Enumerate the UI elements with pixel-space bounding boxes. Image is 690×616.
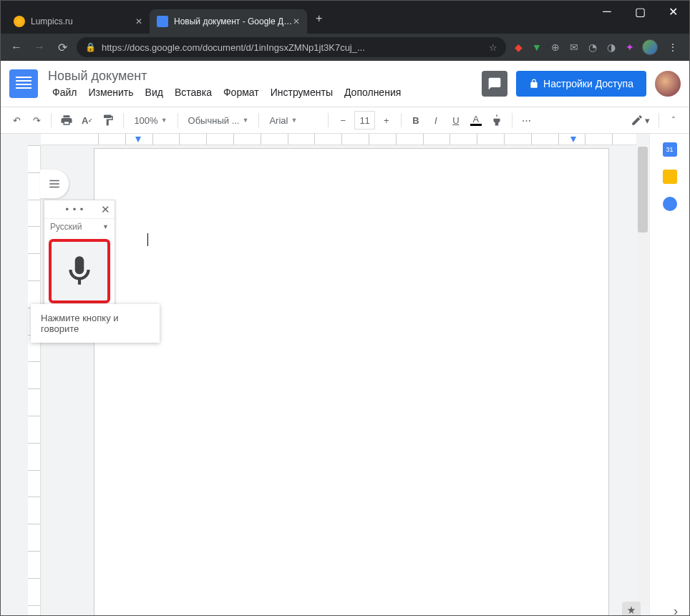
paint-format-button[interactable] [99,111,117,129]
close-window-button[interactable]: ✕ [656,1,689,22]
maximize-button[interactable]: ▢ [623,1,656,22]
docs-header: Новый документ Файл Изменить Вид Вставка… [1,61,689,107]
dropdown-arrow-icon: ▾ [645,115,650,126]
tab-favicon-2 [157,16,168,27]
extension-icon-5[interactable]: ◔ [586,41,599,54]
font-size-increase[interactable]: + [378,111,395,129]
font-size-decrease[interactable]: − [334,111,351,129]
separator [123,113,124,127]
style-dropdown[interactable]: Обычный ...▼ [184,111,253,129]
minimize-button[interactable]: ─ [591,1,623,22]
menu-insert[interactable]: Вставка [170,85,216,99]
browser-tab-1[interactable]: Lumpics.ru ✕ [6,9,150,34]
voice-panel-menu-button[interactable]: • • • [49,204,101,215]
font-dropdown[interactable]: Arial▼ [265,111,322,129]
print-button[interactable] [57,111,76,129]
new-tab-button[interactable]: + [307,12,331,25]
outline-toggle-button[interactable] [40,170,69,198]
extension-icon-1[interactable]: ◆ [512,41,525,54]
vertical-ruler[interactable] [28,145,41,616]
comment-icon [487,77,502,91]
voice-language-dropdown[interactable]: Русский ▼ [44,219,115,235]
redo-button[interactable]: ↷ [28,111,45,129]
separator [328,113,329,127]
undo-button[interactable]: ↶ [8,111,25,129]
spellcheck-button[interactable]: A✓ [79,111,96,129]
microphone-icon [62,253,97,289]
account-avatar[interactable] [655,71,681,97]
explore-button[interactable] [622,602,641,616]
separator [258,113,259,127]
vertical-scrollbar[interactable] [638,147,648,606]
reload-button[interactable]: ⟳ [54,39,71,56]
docs-logo-icon[interactable] [9,69,38,98]
share-button[interactable]: Настройки Доступа [516,71,646,97]
zoom-dropdown[interactable]: 100%▼ [130,111,171,129]
share-label: Настройки Доступа [543,78,633,89]
tasks-icon[interactable] [663,197,677,211]
menu-view[interactable]: Вид [141,85,167,99]
extension-icon-7[interactable]: ✦ [623,41,636,54]
lock-icon [529,79,539,89]
voice-panel-header: • • • ✕ [44,200,115,219]
more-formatting-button[interactable]: ⋯ [518,111,535,129]
italic-button[interactable]: I [427,111,444,129]
lock-icon: 🔒 [85,42,96,52]
browser-tab-2[interactable]: Новый документ - Google Доку ✕ [150,9,307,34]
voice-panel-close-button[interactable]: ✕ [101,203,110,216]
extension-icon-4[interactable]: ✉ [568,41,580,54]
browser-menu-button[interactable]: ⋮ [664,41,682,53]
side-panel-toggle[interactable]: › [674,604,678,616]
back-button[interactable]: ← [8,39,25,56]
comments-button[interactable] [482,71,507,97]
text-color-button[interactable]: A [467,111,485,129]
menu-tools[interactable]: Инструменты [266,85,337,99]
dropdown-arrow-icon: ▼ [291,117,297,124]
voice-mic-button[interactable] [49,239,110,303]
extensions-tray: ◆ ▼ ⊕ ✉ ◔ ◑ ✦ [512,41,636,54]
tab-close-1[interactable]: ✕ [135,16,142,26]
extension-icon-3[interactable]: ⊕ [549,41,562,54]
document-page[interactable] [94,148,609,616]
menu-bar: Файл Изменить Вид Вставка Формат Инструм… [48,85,482,99]
font-size-field[interactable]: 11 [354,111,374,129]
voice-tooltip: Нажмите кнопку и говорите [31,304,160,343]
menu-addons[interactable]: Дополнения [340,85,405,99]
forward-button[interactable]: → [31,39,48,56]
window-controls: ─ ▢ ✕ [591,1,689,22]
doc-title-area: Новый документ Файл Изменить Вид Вставка… [48,69,482,99]
underline-button[interactable]: U [447,111,465,129]
browser-address-bar: ← → ⟳ 🔒 https://docs.google.com/document… [1,34,689,61]
bookmark-star-icon[interactable]: ☆ [489,42,497,53]
dropdown-arrow-icon: ▼ [161,117,167,124]
editing-mode-button[interactable]: ▾ [628,111,653,129]
menu-format[interactable]: Формат [219,85,263,99]
extension-icon-2[interactable]: ▼ [530,41,543,54]
expand-toolbar-button[interactable]: ˆ [665,111,682,129]
outline-icon [48,177,61,190]
voice-language-value: Русский [50,222,82,232]
tab-close-2[interactable]: ✕ [293,16,300,26]
url-field[interactable]: 🔒 https://docs.google.com/document/d/1in… [77,37,506,57]
document-title[interactable]: Новый документ [48,69,482,84]
horizontal-ruler[interactable] [41,134,636,145]
font-size-value: 11 [359,115,369,126]
profile-avatar[interactable] [642,39,658,55]
menu-edit[interactable]: Изменить [84,85,137,99]
keep-icon[interactable] [663,170,677,184]
document-canvas: • • • ✕ Русский ▼ Нажмите кнопку и говор… [1,134,689,616]
url-text: https://docs.google.com/document/d/1inIn… [102,42,365,53]
zoom-value: 100% [134,115,157,126]
bold-button[interactable]: B [407,111,424,129]
extension-icon-6[interactable]: ◑ [605,41,618,54]
voice-typing-panel: • • • ✕ Русский ▼ [44,200,115,308]
calendar-icon[interactable]: 31 [663,142,677,157]
menu-file[interactable]: Файл [48,85,81,99]
dropdown-arrow-icon: ▼ [242,117,248,124]
explore-icon [626,605,637,616]
separator [51,113,52,127]
separator [401,113,402,127]
scrollbar-thumb[interactable] [638,147,648,233]
dropdown-arrow-icon: ▼ [102,223,109,230]
highlight-button[interactable] [487,111,506,129]
